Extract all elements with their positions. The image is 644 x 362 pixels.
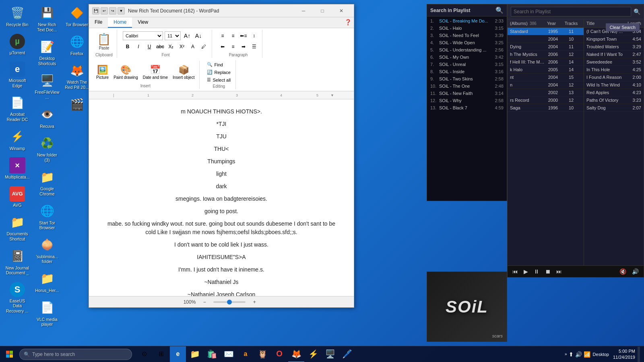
superscript-btn[interactable]: X²	[177, 42, 187, 51]
prev-btn[interactable]: ⏮	[511, 267, 520, 276]
insert-paint-btn[interactable]: 🎨 Paint drawing	[112, 64, 140, 80]
tab-home[interactable]: Home	[108, 17, 132, 28]
icon-easeus[interactable]: 💾 New Rich Text Doc...	[33, 3, 61, 34]
icon-freefileview[interactable]: 👁️ Recuva	[33, 105, 61, 131]
icon-firefox[interactable]: 🦊 Watch The Red Pill 20...	[63, 61, 91, 91]
track-row-2[interactable]: Kingsport Town 4:54	[584, 35, 644, 43]
taskbar-tripadvisor[interactable]: 🦉	[254, 346, 270, 362]
taskbar-mail[interactable]: ✉️	[221, 346, 237, 362]
icon-acrobat[interactable]: 📄 Acrobat Reader DC	[3, 93, 31, 123]
show-desktop-btn[interactable]	[638, 347, 640, 362]
track-row-9[interactable]: Red Apples 4:23	[584, 89, 644, 97]
album-row-11[interactable]: Saga 1996 10	[508, 104, 584, 112]
tray-icon-3[interactable]: 📶	[584, 351, 590, 358]
indent-decrease-btn[interactable]: ⬅≡	[239, 31, 248, 41]
music-search-icon[interactable]: 🔍	[634, 8, 640, 15]
italic-btn[interactable]: I	[134, 42, 143, 51]
playlist-item-9[interactable]: 9. SOiL - Two Skins 2:58	[427, 75, 507, 82]
taskbar-cortana[interactable]: ⊙	[136, 346, 152, 362]
align-right-btn[interactable]: ➡	[239, 42, 248, 51]
subscript-btn[interactable]: X₂	[166, 42, 176, 51]
icon-skype[interactable]: S EaseUS Data Recovery ...	[3, 280, 31, 315]
tray-expand[interactable]: »	[565, 352, 567, 356]
icon-tor-browser[interactable]: 🌐 Firefox	[63, 32, 91, 58]
track-row-4[interactable]: Naked If I Want To 2:47	[584, 51, 644, 58]
strikethrough-btn[interactable]: abc	[155, 42, 165, 51]
playlist-item-11[interactable]: 11. SOiL - New Faith 3:14	[427, 90, 507, 97]
play-btn[interactable]: ▶	[522, 267, 530, 276]
icon-recycle-bin[interactable]: 🗑️ Recycle Bin	[3, 3, 31, 29]
insert-picture-btn[interactable]: 🖼️ Picture	[95, 64, 110, 80]
taskbar-pencil[interactable]: 🖊️	[339, 346, 355, 362]
quick-save-btn[interactable]: 💾	[92, 7, 99, 14]
minimize-btn[interactable]: ─	[294, 5, 313, 16]
justify-btn[interactable]: ☰	[249, 42, 259, 51]
icon-horus-her[interactable]: 📄 VLC media player	[33, 298, 61, 329]
playlist-item-3[interactable]: 3. SOiL - Need To Feel 3:39	[427, 32, 507, 39]
track-row-10[interactable]: Paths Of Victory 3:23	[584, 97, 644, 104]
playlist-item-2[interactable]: 2. SOiL - Halo 3:15	[427, 25, 507, 32]
playlist-item-5[interactable]: 5. SOiL - Understanding ... 2:56	[427, 46, 507, 53]
album-row-6[interactable]: k Halo 2005 14	[508, 66, 584, 74]
taskbar-search[interactable]: 🔍	[19, 349, 132, 360]
zoom-slider[interactable]	[213, 301, 246, 303]
music-search-input[interactable]	[511, 7, 631, 16]
playlist-item-10[interactable]: 10. SOiL - The One 2:48	[427, 82, 507, 90]
zoom-in-btn[interactable]: +	[250, 297, 259, 307]
track-row-11[interactable]: Salty Dog 2:07	[584, 104, 644, 112]
icon-new-journal[interactable]: 📓 New Journal Document _	[3, 247, 31, 277]
icon-start-tor[interactable]: 🧅 'sublimina... folder	[33, 235, 61, 266]
playlist-item-12[interactable]: 12. SOiL - Why 2:58	[427, 97, 507, 104]
track-row-5[interactable]: Sweedeedee 3:52	[584, 58, 644, 66]
playlist-item-1[interactable]: 1. SOiL - Breaking Me Do... 2:33	[427, 17, 507, 25]
ribbon-help-btn[interactable]: ❓	[342, 17, 354, 28]
playlist-item-4[interactable]: 4. SOiL - Wide Open 3:25	[427, 39, 507, 46]
underline-btn[interactable]: U	[144, 42, 154, 51]
select-all-btn[interactable]: ☰ Select all	[205, 76, 232, 83]
taskbar-edge[interactable]: e	[170, 346, 186, 362]
align-center-btn[interactable]: ≡	[228, 42, 238, 51]
playlist-search-icon[interactable]: 🔍	[495, 6, 504, 14]
track-row-8[interactable]: Wild Is The Wind 4:10	[584, 81, 644, 89]
font-size-dropdown[interactable]: 11	[165, 31, 181, 40]
mute-btn[interactable]: 🔇	[618, 267, 628, 276]
insert-object-btn[interactable]: 📦 Insert object	[171, 64, 196, 80]
quick-redo-btn[interactable]: ↪	[109, 7, 116, 14]
zoom-out-btn[interactable]: −	[200, 297, 209, 307]
document-body[interactable]: m NOAUCH THINGS HIOTNS>. *TJI TJU THU< T…	[89, 99, 354, 296]
taskbar-explorer[interactable]: 📁	[187, 346, 203, 362]
track-row-3[interactable]: Troubled Waters 3:29	[584, 43, 644, 51]
album-row-1[interactable]: Standard 1995 11	[508, 28, 584, 35]
maximize-btn[interactable]: □	[313, 5, 332, 16]
list2-btn[interactable]: ≡	[228, 31, 238, 41]
album-row-9[interactable]: 2002 13	[508, 89, 584, 97]
icon-ms-edge[interactable]: e Microsoft Edge	[3, 60, 31, 90]
track-row-6[interactable]: In This Hole 4:25	[584, 66, 644, 74]
clear-search-btn[interactable]: Clear Search	[606, 23, 640, 31]
icon-utorrent[interactable]: µ µTorrent	[3, 32, 31, 57]
taskbar-amazon[interactable]: a	[237, 346, 254, 362]
album-row-7[interactable]: nt 2004 15	[508, 74, 584, 81]
icon-vlc[interactable]: 🔶 Tor Browser	[63, 3, 91, 29]
icon-avg[interactable]: AVG AVG	[3, 185, 31, 210]
font-grow-btn[interactable]: A↑	[182, 31, 192, 41]
taskbar-task-view[interactable]: ⊞	[153, 346, 169, 362]
icon-recuva[interactable]: ♻️ New folder (3)	[33, 134, 61, 164]
icon-desktop-shortcuts[interactable]: 🖥️ FreeFileView...	[33, 71, 61, 101]
playlist-item-13[interactable]: 13. SOiL - Black 7 4:59	[427, 104, 507, 111]
next-btn[interactable]: ⏭	[555, 267, 564, 276]
stop-btn[interactable]: ⏹	[543, 267, 552, 276]
font-color-btn[interactable]: A	[188, 42, 198, 51]
icon-winamp[interactable]: ⚡ Winamp	[3, 127, 31, 153]
align-left-btn[interactable]: ⬅	[218, 42, 227, 51]
album-row-2[interactable]: 2004 10	[508, 35, 584, 43]
highlight-btn[interactable]: 🖊	[199, 42, 208, 51]
icon-documents[interactable]: 📁 Documents Shortcut	[3, 212, 31, 243]
icon-google-chrome[interactable]: 🌐 Start Tor Browser	[33, 202, 61, 232]
replace-btn[interactable]: 🔄 Replace	[205, 69, 232, 76]
tray-icon-2[interactable]: 🔊	[575, 351, 582, 358]
pause-btn[interactable]: ⏸	[532, 267, 541, 276]
tab-file[interactable]: File	[89, 17, 108, 28]
quick-dropdown-btn[interactable]: ▼	[118, 7, 125, 14]
taskbar-monitor[interactable]: 🖥️	[322, 346, 338, 362]
